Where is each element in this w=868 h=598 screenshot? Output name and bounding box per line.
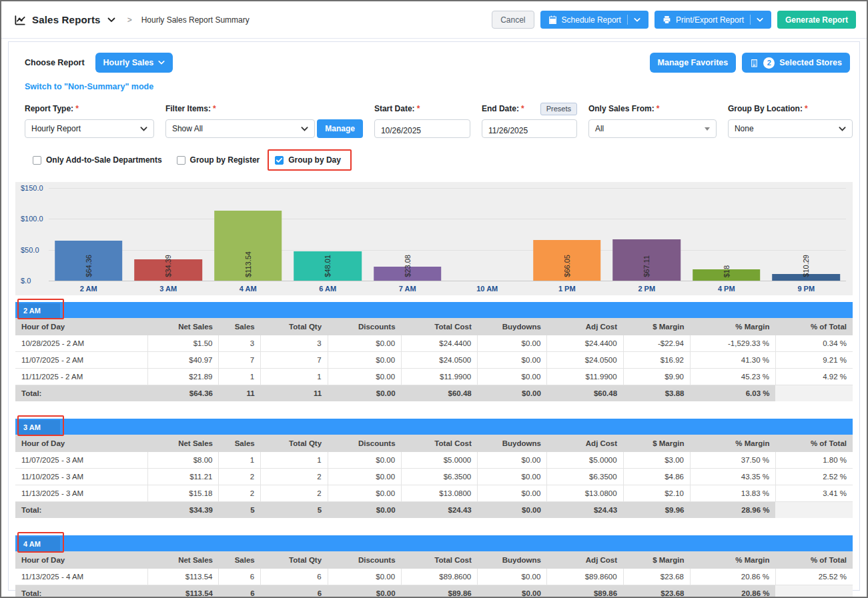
table-cell: $0.00: [478, 469, 547, 485]
table-cell: 2.52 %: [775, 469, 853, 485]
checkbox-checked-icon[interactable]: [275, 156, 284, 165]
table-row: 11/07/2025 - 2 AM$40.9777$0.00$24.0500$0…: [15, 352, 853, 369]
checkbox-row: Only Add-to-Sale DepartmentsGroup by Reg…: [33, 149, 853, 171]
total-cell: $89.86: [547, 585, 623, 598]
chevron-down-icon[interactable]: [634, 17, 640, 23]
table-cell: 3: [219, 335, 261, 352]
table-cell: 45.23 %: [690, 369, 775, 385]
end-date-input[interactable]: [482, 119, 577, 138]
column-header: Net Sales: [147, 551, 219, 569]
bar-slot-4am: $113.544 AM: [208, 188, 288, 281]
manage-favorites-button[interactable]: Manage Favorites: [650, 53, 737, 73]
cancel-button[interactable]: Cancel: [492, 11, 534, 29]
table-cell: $6.3500: [547, 469, 623, 485]
table-cell: $24.0500: [402, 352, 478, 369]
table-cell: 43.35 %: [690, 469, 775, 485]
table-cell: -1,529.33 %: [690, 335, 775, 352]
presets-button[interactable]: Presets: [540, 103, 577, 115]
total-cell: 28.96 %: [690, 502, 775, 519]
filter-items-label: Filter Items:*: [165, 104, 216, 113]
header-row: Hour of DayNet SalesSalesTotal QtyDiscou…: [15, 551, 853, 569]
checkbox-unchecked-icon[interactable]: [33, 156, 41, 165]
only-sales-from-label: Only Sales From:*: [588, 104, 659, 113]
total-cell: [775, 585, 853, 598]
button-divider: [750, 15, 751, 25]
table-cell: 2: [219, 485, 261, 502]
chevron-down-icon: [301, 125, 308, 133]
column-header: Total Qty: [261, 435, 328, 452]
checkbox-item-1[interactable]: Group by Register: [177, 155, 260, 165]
column-header: Buydowns: [478, 435, 547, 452]
column-header: % of Total: [775, 318, 853, 335]
chevron-down-icon[interactable]: [107, 16, 115, 24]
page-title: Sales Reports: [32, 14, 101, 25]
start-date-label: Start Date:*: [374, 104, 420, 113]
table-cell: $40.97: [147, 352, 219, 369]
button-divider: [627, 15, 628, 25]
bar-slot-10am: 10 AM: [448, 188, 528, 281]
checkbox-unchecked-icon[interactable]: [177, 156, 185, 165]
breadcrumb-separator: >: [127, 15, 132, 25]
chevron-down-icon[interactable]: [757, 17, 763, 23]
bar-slot-6am: $48.016 AM: [288, 188, 368, 281]
column-header: Hour of Day: [15, 318, 147, 335]
table-cell: $9.90: [623, 369, 690, 385]
column-header: % Margin: [690, 318, 775, 335]
column-header: Discounts: [328, 435, 401, 452]
y-tick-label: $50.0: [15, 246, 43, 254]
checkbox-item-2[interactable]: Group by Day: [275, 155, 341, 165]
total-cell: $113.54: [147, 585, 219, 598]
print-export-label: Print/Export Report: [676, 15, 744, 25]
generate-report-button[interactable]: Generate Report: [777, 11, 856, 29]
column-header: % of Total: [775, 435, 853, 452]
total-cell: Total:: [15, 385, 147, 402]
bar-slot-9pm: $10.299 PM: [767, 188, 847, 281]
column-header: Buydowns: [478, 318, 547, 335]
only-sales-from-select[interactable]: All: [588, 119, 717, 138]
total-cell: 11: [261, 385, 328, 402]
only-sales-from-value: All: [595, 124, 604, 133]
table-body: 10/28/2025 - 2 AM$1.5033$0.00$24.4400$0.…: [15, 335, 853, 401]
report-type-select[interactable]: Hourly Report: [25, 119, 154, 138]
print-export-report-button[interactable]: Print/Export Report: [655, 11, 771, 29]
presets-label: Presets: [546, 105, 571, 113]
table-cell: $113.54: [147, 569, 219, 585]
column-header: % Margin: [690, 435, 775, 452]
column-header: Net Sales: [147, 318, 219, 335]
table-cell: $13.0800: [547, 485, 623, 502]
table-cell: $0.00: [328, 469, 401, 485]
schedule-report-button[interactable]: Schedule Report: [540, 11, 648, 29]
bar-value-label: $34.39: [163, 255, 173, 277]
report-selector-label: Hourly Sales: [103, 58, 154, 67]
column-header: Adj Cost: [547, 435, 623, 452]
table-cell: $13.0800: [402, 485, 478, 502]
column-header: Total Cost: [402, 318, 478, 335]
selected-stores-count-badge: 2: [763, 57, 775, 69]
manage-filter-items-button[interactable]: Manage: [317, 119, 363, 138]
column-header: Buydowns: [478, 551, 547, 569]
start-date-input[interactable]: [374, 119, 470, 138]
manage-favorites-label: Manage Favorites: [658, 58, 729, 67]
x-tick-label: 4 AM: [208, 285, 288, 293]
switch-mode-link[interactable]: Switch to "Non-Summary" mode: [25, 82, 153, 91]
total-cell: $60.48: [402, 385, 478, 402]
total-row: Total:$113.5466$0.00$89.86$0.00$89.86$23…: [15, 585, 853, 598]
selected-stores-button[interactable]: 2 Selected Stores: [742, 53, 850, 73]
table-cell: $5.0000: [547, 452, 623, 469]
filter-items-select[interactable]: Show All: [165, 119, 315, 138]
checkbox-item-0[interactable]: Only Add-to-Sale Departments: [33, 155, 162, 165]
column-header: Hour of Day: [15, 551, 147, 569]
x-tick-label: 2 PM: [607, 285, 687, 293]
total-cell: $24.43: [402, 502, 478, 519]
group-band: 4 AM: [15, 535, 853, 551]
report-selector-button[interactable]: Hourly Sales: [95, 53, 173, 73]
table-cell: $11.9900: [402, 369, 478, 385]
table-cell: $23.68: [623, 569, 690, 585]
cancel-label: Cancel: [500, 15, 525, 25]
group-by-location-select[interactable]: None: [728, 119, 853, 138]
table-cell: $16.92: [623, 352, 690, 369]
total-cell: $60.48: [547, 385, 623, 402]
bar-value-label: $113.54: [244, 251, 253, 277]
table-cell: 3.41 %: [775, 485, 853, 502]
total-cell: 6.03 %: [690, 385, 775, 402]
